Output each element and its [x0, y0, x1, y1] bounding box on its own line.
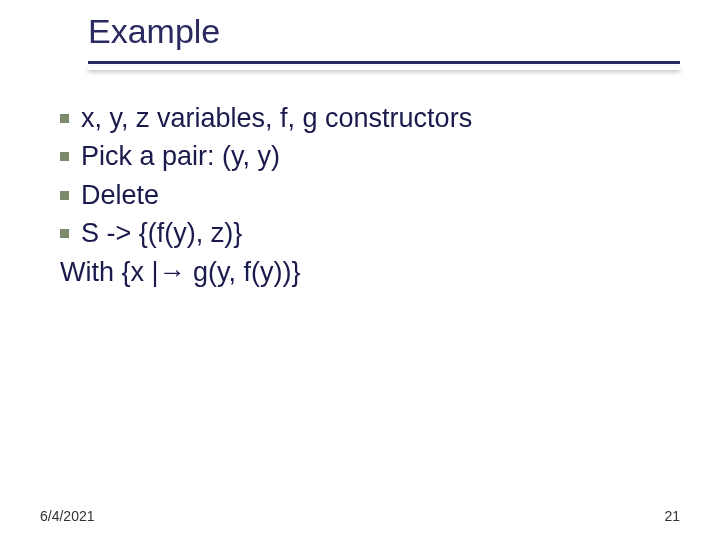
bullet-icon	[60, 114, 69, 123]
footer-page-number: 21	[664, 508, 680, 524]
title-area: Example	[88, 12, 680, 64]
footer-date: 6/4/2021	[40, 508, 95, 524]
bullet-item: Delete	[60, 177, 680, 213]
slide: Example x, y, z variables, f, g construc…	[0, 0, 720, 540]
bullet-item: Pick a pair: (y, y)	[60, 138, 680, 174]
bullet-text: S -> {(f(y), z)}	[81, 215, 242, 251]
slide-content: x, y, z variables, f, g constructors Pic…	[60, 100, 680, 292]
slide-footer: 6/4/2021 21	[40, 508, 680, 524]
bullet-text: x, y, z variables, f, g constructors	[81, 100, 472, 136]
bullet-icon	[60, 152, 69, 161]
bullet-icon	[60, 191, 69, 200]
bullet-item: S -> {(f(y), z)}	[60, 215, 680, 251]
slide-title: Example	[88, 12, 680, 55]
bullet-text: Delete	[81, 177, 159, 213]
title-underline	[88, 61, 680, 64]
bullet-item: x, y, z variables, f, g constructors	[60, 100, 680, 136]
bullet-icon	[60, 229, 69, 238]
closing-line: With {x |→ g(y, f(y))}	[60, 254, 680, 290]
bullet-text: Pick a pair: (y, y)	[81, 138, 280, 174]
